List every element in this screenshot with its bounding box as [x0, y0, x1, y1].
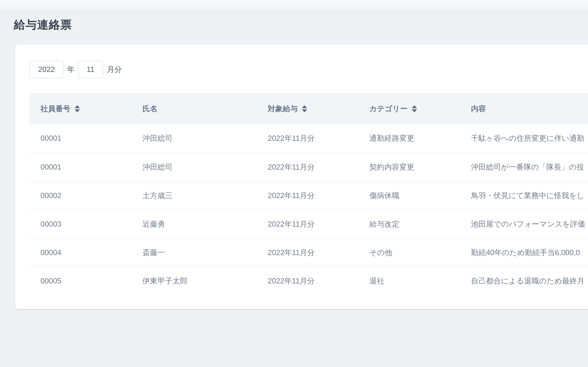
year-unit-label: 年	[67, 64, 75, 75]
column-label: 氏名	[143, 104, 157, 114]
table-row: 00003 近藤勇 2022年11月分 給与改定 池田屋でのパフォーマンスを評価	[29, 210, 588, 238]
cell-category: 通勤経路変更	[358, 124, 460, 153]
table-row: 00002 土方歳三 2022年11月分 傷病休職 鳥羽・伏見にて業務中に怪我を…	[29, 181, 588, 210]
column-label: カテゴリー	[369, 104, 407, 114]
cell-category: 契約内容変更	[358, 153, 460, 181]
payroll-card: 年 月分 社員番号	[15, 45, 588, 309]
column-header-target-salary[interactable]: 対象給与	[256, 93, 358, 124]
cell-target-salary: 2022年11月分	[256, 210, 358, 238]
cell-target-salary: 2022年11月分	[256, 267, 358, 295]
cell-employee-no: 00001	[29, 153, 131, 181]
column-label: 内容	[471, 104, 486, 114]
cell-category: 給与改定	[358, 210, 460, 238]
cell-category: 退社	[358, 267, 460, 295]
table-row: 00001 沖田総司 2022年11月分 通勤経路変更 千駄ヶ谷への住所変更に伴…	[29, 124, 588, 153]
cell-target-salary: 2022年11月分	[256, 124, 358, 153]
cell-description: 鳥羽・伏見にて業務中に怪我をし	[460, 181, 588, 210]
year-input[interactable]	[29, 61, 64, 78]
cell-description: 自己都合による退職のため最終月	[460, 267, 588, 295]
cell-description: 千駄ヶ谷への住所変更に伴い通勤	[460, 124, 588, 153]
cell-employee-no: 00001	[29, 124, 131, 153]
table-row: 00001 沖田総司 2022年11月分 契約内容変更 沖田総司が一番隊の「隊長…	[29, 153, 588, 181]
column-header-name: 氏名	[131, 93, 256, 124]
cell-name: 沖田総司	[131, 124, 256, 153]
cell-description: 沖田総司が一番隊の「隊長」の役	[460, 153, 588, 181]
cell-target-salary: 2022年11月分	[256, 153, 358, 181]
month-input[interactable]	[78, 61, 103, 78]
page: 給与連絡票 年 月分 社員番号	[0, 0, 588, 367]
cell-description: 池田屋でのパフォーマンスを評価	[460, 210, 588, 238]
column-header-category[interactable]: カテゴリー	[358, 93, 460, 124]
column-header-description: 内容	[460, 93, 588, 124]
column-header-employee-no[interactable]: 社員番号	[29, 93, 131, 124]
page-title: 給与連絡票	[14, 18, 72, 31]
sort-icon	[302, 105, 307, 112]
cell-name: 斎藤一	[131, 238, 256, 267]
month-unit-label: 月分	[107, 64, 122, 75]
sort-icon	[75, 105, 80, 112]
payroll-table: 社員番号 氏名 対象給与	[29, 93, 588, 295]
cell-description: 勤続40年のため勤続手当6,000,0	[460, 238, 588, 267]
cell-target-salary: 2022年11月分	[256, 238, 358, 267]
cell-category: 傷病休職	[358, 181, 460, 210]
cell-name: 沖田総司	[131, 153, 256, 181]
cell-employee-no: 00002	[29, 181, 131, 210]
table-header-row: 社員番号 氏名 対象給与	[29, 93, 588, 124]
period-filter: 年 月分	[29, 61, 122, 78]
cell-name: 近藤勇	[131, 210, 256, 238]
cell-category: その他	[358, 238, 460, 267]
payroll-table-container: 社員番号 氏名 対象給与	[29, 93, 588, 295]
table-row: 00004 斎藤一 2022年11月分 その他 勤続40年のため勤続手当6,00…	[29, 238, 588, 267]
table-body: 00001 沖田総司 2022年11月分 通勤経路変更 千駄ヶ谷への住所変更に伴…	[29, 124, 588, 295]
cell-employee-no: 00003	[29, 210, 131, 238]
cell-name: 伊東甲子太郎	[131, 267, 256, 295]
cell-name: 土方歳三	[131, 181, 256, 210]
cell-target-salary: 2022年11月分	[256, 181, 358, 210]
column-label: 社員番号	[41, 104, 70, 114]
table-row: 00005 伊東甲子太郎 2022年11月分 退社 自己都合による退職のため最終…	[29, 267, 588, 295]
cell-employee-no: 00004	[29, 238, 131, 267]
cell-employee-no: 00005	[29, 267, 131, 295]
sort-icon	[412, 105, 417, 112]
column-label: 対象給与	[268, 104, 298, 114]
